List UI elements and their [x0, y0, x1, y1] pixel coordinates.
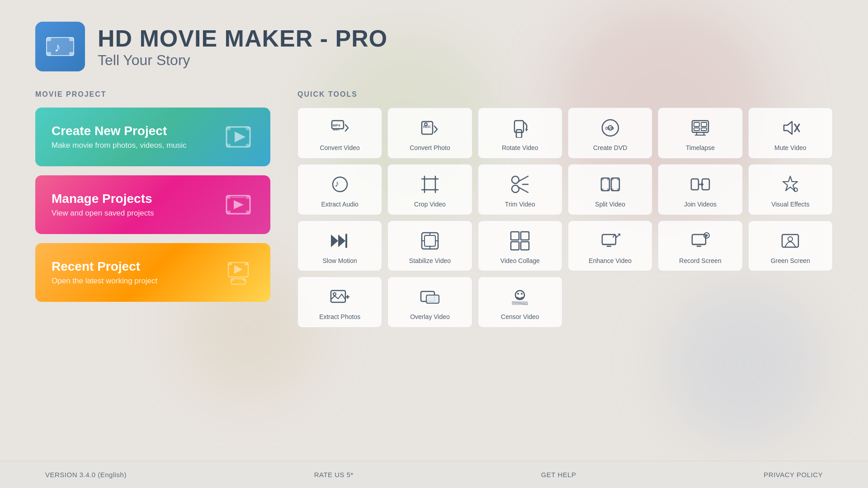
svg-rect-92 — [521, 242, 529, 250]
svg-rect-109 — [426, 295, 439, 303]
tool-card-crop-video[interactable]: Crop Video — [387, 164, 472, 215]
svg-marker-81 — [338, 235, 345, 247]
recent-project-card[interactable]: Recent Project Open the latest working p… — [35, 243, 270, 302]
tool-card-slow-motion[interactable]: Slow Motion — [297, 221, 382, 272]
svg-rect-14 — [246, 196, 250, 199]
svg-point-61 — [512, 185, 519, 192]
svg-rect-90 — [521, 232, 529, 240]
svg-rect-4 — [69, 52, 74, 56]
tool-label-rotate-video: Rotate Video — [502, 144, 538, 152]
version-label: VERSION 3.4.0 (English) — [45, 471, 127, 479]
svg-point-101 — [705, 234, 708, 236]
movie-project-label: MOVIE PROJECT — [35, 90, 270, 99]
left-panel: MOVIE PROJECT Create New Project Make mo… — [35, 90, 270, 452]
svg-point-112 — [521, 293, 523, 295]
tool-card-create-dvd[interactable]: DVDCreate DVD — [568, 108, 652, 159]
tool-card-stabilize-video[interactable]: Stabilize Video — [387, 221, 472, 272]
tool-card-extract-audio[interactable]: ♪Extract Audio — [297, 164, 382, 215]
record-screen-icon — [689, 230, 711, 252]
app-logo: ♪ — [35, 22, 85, 71]
tool-label-trim-video: Trim Video — [505, 201, 535, 208]
recent-card-desc: Open the latest working project — [52, 277, 213, 286]
svg-rect-74 — [617, 188, 619, 191]
svg-rect-3 — [47, 52, 51, 56]
svg-line-63 — [518, 187, 528, 192]
svg-text:♪: ♪ — [54, 40, 61, 54]
censor-video-icon — [509, 286, 531, 308]
extract-photos-icon — [329, 286, 351, 308]
tool-card-visual-effects[interactable]: Visual Effects — [748, 164, 833, 215]
svg-rect-67 — [607, 178, 609, 180]
svg-text:MP4: MP4 — [333, 123, 340, 127]
recent-project-icon — [225, 259, 252, 286]
tool-label-record-screen: Record Screen — [679, 257, 721, 265]
tool-card-convert-video[interactable]: MP4WMVConvert Video — [297, 108, 382, 159]
timelapse-icon — [689, 117, 711, 139]
tool-label-split-video: Split Video — [595, 201, 625, 208]
tool-label-slow-motion: Slow Motion — [323, 257, 357, 265]
privacy-policy-link[interactable]: PRIVACY POLICY — [764, 471, 823, 479]
enhance-video-icon — [599, 230, 621, 252]
tool-card-split-video[interactable]: Split Video — [568, 164, 652, 215]
svg-rect-20 — [228, 263, 232, 265]
tool-card-rotate-video[interactable]: Rotate Video — [478, 108, 562, 159]
create-new-project-card[interactable]: Create New Project Make movie from photo… — [35, 108, 270, 166]
svg-rect-15 — [226, 211, 231, 214]
tool-card-overlay-video[interactable]: Overlay Video — [387, 277, 472, 328]
tool-label-overlay-video: Overlay Video — [410, 313, 450, 321]
tool-card-video-collage[interactable]: Video Collage — [478, 221, 562, 272]
svg-point-31 — [425, 123, 427, 126]
convert-photo-icon: HEIC — [419, 117, 441, 139]
svg-rect-33 — [516, 130, 522, 138]
tool-label-convert-photo: Convert Photo — [410, 144, 450, 152]
tool-card-green-screen[interactable]: Green Screen — [748, 221, 833, 272]
tool-card-record-screen[interactable]: Record Screen — [658, 221, 742, 272]
svg-rect-91 — [511, 242, 519, 250]
svg-text:DVD: DVD — [605, 126, 614, 131]
tool-card-trim-video[interactable]: Trim Video — [478, 164, 562, 215]
manage-card-title: Manage Projects — [52, 192, 213, 206]
split-video-icon — [599, 174, 621, 195]
tool-label-visual-effects: Visual Effects — [771, 201, 809, 208]
main-content: MOVIE PROJECT Create New Project Make mo… — [35, 90, 833, 452]
svg-rect-71 — [611, 178, 613, 180]
recent-card-text: Recent Project Open the latest working p… — [52, 259, 213, 286]
tool-card-enhance-video[interactable]: Enhance Video — [568, 221, 652, 272]
svg-rect-25 — [243, 279, 245, 281]
app-subtitle: Tell Your Story — [98, 52, 387, 69]
svg-rect-73 — [611, 188, 613, 191]
tools-grid: MP4WMVConvert VideoHEICConvert PhotoRota… — [297, 108, 833, 328]
project-cards: Create New Project Make movie from photo… — [35, 108, 270, 302]
get-help-link[interactable]: GET HELP — [541, 471, 576, 479]
tool-card-extract-photos[interactable]: Extract Photos — [297, 277, 382, 328]
tool-card-timelapse[interactable]: Timelapse — [658, 108, 742, 159]
right-panel: QUICK TOOLS MP4WMVConvert VideoHEICConve… — [297, 90, 833, 452]
app-header: ♪ HD MOVIE MAKER - PRO Tell Your Story — [35, 22, 387, 71]
app-title: HD MOVIE MAKER - PRO — [98, 25, 387, 52]
rotate-video-icon — [509, 117, 531, 139]
tool-card-mute-video[interactable]: Mute Video — [748, 108, 833, 159]
svg-rect-24 — [231, 279, 234, 281]
manage-projects-icon — [225, 191, 252, 218]
mute-video-icon — [779, 117, 801, 139]
svg-rect-8 — [226, 127, 231, 130]
trim-video-icon — [509, 174, 531, 195]
tool-card-convert-photo[interactable]: HEICConvert Photo — [387, 108, 472, 159]
svg-rect-84 — [425, 235, 435, 246]
tool-card-censor-video[interactable]: Censor Video — [478, 277, 562, 328]
svg-marker-7 — [235, 131, 245, 142]
svg-marker-80 — [331, 235, 338, 247]
svg-rect-68 — [601, 188, 604, 191]
tool-label-join-videos: Join Videos — [684, 201, 717, 208]
svg-rect-21 — [245, 263, 248, 265]
tool-card-join-videos[interactable]: Join Videos — [658, 164, 742, 215]
manage-card-icon — [222, 189, 254, 221]
rate-us-link[interactable]: RATE US 5* — [314, 471, 354, 479]
tool-label-stabilize-video: Stabilize Video — [409, 257, 451, 265]
manage-card-text: Manage Projects View and open saved proj… — [52, 192, 213, 218]
tool-label-video-collage: Video Collage — [500, 257, 540, 265]
tool-label-censor-video: Censor Video — [501, 313, 539, 321]
create-card-title: Create New Project — [52, 124, 213, 138]
extract-audio-icon: ♪ — [329, 174, 351, 195]
manage-projects-card[interactable]: Manage Projects View and open saved proj… — [35, 175, 270, 234]
